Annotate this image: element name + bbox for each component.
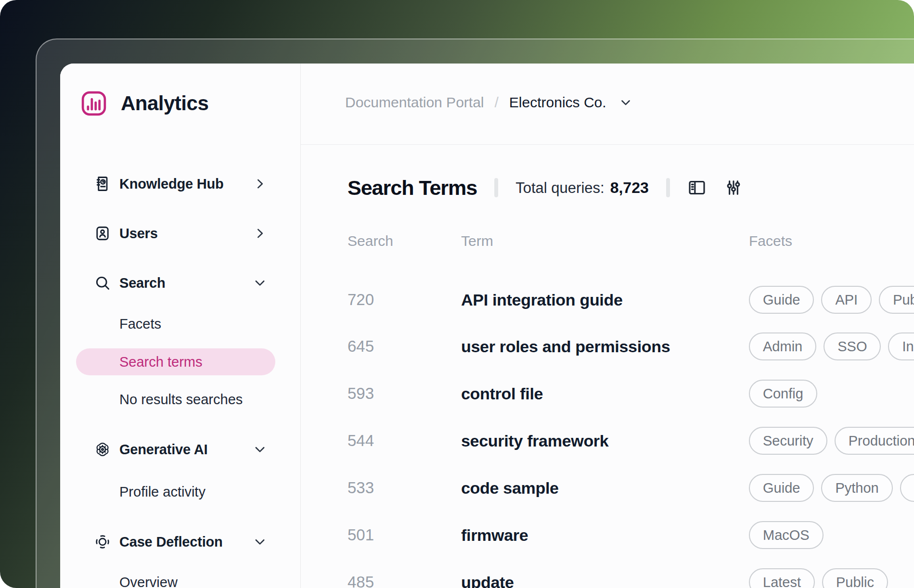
chevron-down-icon[interactable] [253, 276, 267, 290]
search-count: 501 [348, 516, 374, 554]
sidebar-item-label: Generative AI [119, 436, 207, 463]
app-logo-row: Analytics [80, 89, 208, 117]
facet-list: Config [749, 374, 817, 413]
total-queries-value: 8,723 [610, 179, 649, 197]
generative-ai-icon [94, 441, 111, 458]
facet-pill[interactable]: Python [821, 474, 892, 502]
search-count: 485 [348, 563, 374, 588]
chevron-down-icon[interactable] [253, 535, 267, 549]
facet-list: LatestPublic [749, 563, 888, 588]
sidebar-item-generative-ai[interactable]: Generative AI [60, 436, 301, 463]
table-row[interactable]: 720API integration guideGuideAPIPublic [301, 281, 914, 319]
sidebar-subitem-profile-activity[interactable]: Profile activity [76, 478, 275, 505]
bar-chart-logo-icon [80, 90, 107, 117]
sidebar-item-label: Search [119, 269, 166, 296]
screenshot-stage: Analytics Knowledge HubUsersSearchFacets… [0, 0, 914, 588]
facet-pill[interactable]: Production [835, 427, 914, 455]
header-divider [301, 144, 914, 145]
sidebar-item-knowledge-hub[interactable]: Knowledge Hub [60, 170, 301, 197]
facet-pill[interactable]: API [821, 286, 872, 314]
breadcrumb: Documentation Portal / Electronics Co. [345, 90, 632, 115]
facet-list: AdminSSOInternal [749, 327, 914, 366]
facet-pill[interactable]: SSO [824, 332, 881, 360]
facet-list: MacOS [749, 516, 824, 554]
users-icon [94, 225, 111, 242]
title-separator [494, 178, 498, 197]
sidebar-item-label: Knowledge Hub [119, 170, 224, 197]
title-row: Search Terms Total queries: 8,723 [348, 168, 743, 207]
search-icon [94, 274, 111, 292]
sidebar-item-users[interactable]: Users [60, 220, 301, 247]
column-header-facets: Facets [749, 233, 792, 249]
chevron-right-icon[interactable] [253, 226, 267, 241]
facet-pill[interactable]: Latest [749, 568, 815, 588]
sidebar-subitem-no-results-searches[interactable]: No results searches [76, 386, 275, 413]
sidebar-subitem-facets[interactable]: Facets [76, 310, 275, 337]
page-title: Search Terms [348, 176, 477, 200]
search-term: API integration guide [461, 281, 623, 319]
search-count: 645 [348, 327, 374, 366]
title-separator [666, 178, 670, 197]
filter-sliders-icon[interactable] [724, 178, 743, 197]
sidebar-item-case-deflection[interactable]: Case Deflection [60, 528, 301, 555]
facet-list: GuideAPIPublic [749, 281, 914, 319]
facet-pill[interactable]: Internal [888, 332, 914, 360]
table-row[interactable]: 501firmwareMacOS [301, 516, 914, 554]
chevron-down-icon[interactable] [619, 96, 632, 109]
main-content: Documentation Portal / Electronics Co. S… [301, 64, 914, 588]
search-count: 720 [348, 281, 374, 319]
column-header-search: Search [348, 233, 393, 249]
search-term: user roles and permissions [461, 327, 670, 366]
facet-list: GuidePython [749, 469, 914, 507]
search-term: firmware [461, 516, 528, 554]
total-queries-label: Total queries: [515, 179, 604, 197]
table-row[interactable]: 544security frameworkSecurityProduction [301, 422, 914, 460]
table-row[interactable]: 593control fileConfig [301, 374, 914, 413]
facet-pill[interactable]: MacOS [749, 521, 824, 549]
facet-pill[interactable] [900, 474, 914, 502]
breadcrumb-current[interactable]: Electronics Co. [509, 94, 606, 111]
breadcrumb-parent[interactable]: Documentation Portal [345, 94, 484, 111]
case-deflection-icon [94, 533, 111, 550]
search-term: control file [461, 374, 543, 413]
facet-pill[interactable]: Admin [749, 332, 816, 360]
facet-pill[interactable]: Security [749, 427, 827, 455]
facet-pill[interactable]: Config [749, 380, 817, 408]
facet-pill[interactable]: Public [879, 286, 914, 314]
facet-pill[interactable]: Guide [749, 474, 814, 502]
column-header-term: Term [461, 233, 493, 249]
sidebar: Analytics Knowledge HubUsersSearchFacets… [60, 64, 301, 588]
knowledge-hub-icon [94, 175, 111, 192]
sidebar-subitem-overview[interactable]: Overview [76, 569, 275, 588]
app-window: Analytics Knowledge HubUsersSearchFacets… [60, 64, 914, 588]
app-title: Analytics [121, 92, 208, 115]
search-term: update [461, 563, 514, 588]
search-term: code sample [461, 469, 559, 507]
table-row[interactable]: 533code sampleGuidePython [301, 469, 914, 507]
search-term: security framework [461, 422, 608, 460]
facet-pill[interactable]: Guide [749, 286, 814, 314]
total-queries: Total queries: 8,723 [515, 179, 648, 197]
chevron-down-icon[interactable] [253, 442, 267, 457]
search-count: 533 [348, 469, 374, 507]
breadcrumb-separator: / [495, 94, 499, 111]
facet-pill[interactable]: Public [822, 568, 888, 588]
sidebar-item-search[interactable]: Search [60, 269, 301, 296]
search-count: 544 [348, 422, 374, 460]
facet-list: SecurityProduction [749, 422, 914, 460]
search-count: 593 [348, 374, 374, 413]
table-row[interactable]: 645user roles and permissionsAdminSSOInt… [301, 327, 914, 366]
layout-panel-icon[interactable] [687, 178, 707, 197]
sidebar-subitem-search-terms[interactable]: Search terms [76, 348, 275, 375]
table-row[interactable]: 485updateLatestPublic [301, 563, 914, 588]
chevron-right-icon[interactable] [253, 177, 267, 191]
sidebar-item-label: Users [119, 220, 158, 247]
sidebar-item-label: Case Deflection [119, 528, 223, 555]
